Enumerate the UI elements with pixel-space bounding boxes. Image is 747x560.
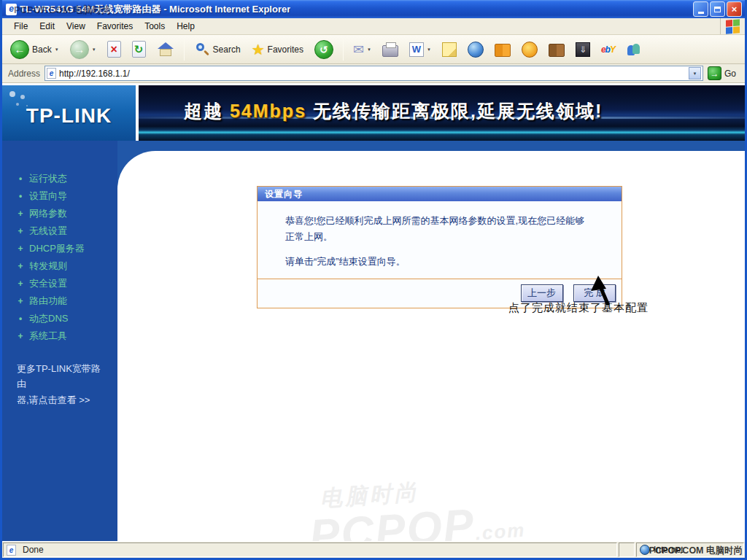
bullet-icon: • <box>17 174 24 184</box>
cat-mascot-icon <box>522 42 538 58</box>
main-area: • 运行状态 • 设置向导 + 网络参数 + 无线设置 + DHCP服务器 + … <box>2 141 745 541</box>
watermark-suffix: .com <box>475 519 527 541</box>
wizard-instruction: 请单击“完成”结束设置向导。 <box>285 255 594 268</box>
menu-favorites[interactable]: Favorites <box>91 19 139 34</box>
menu-view[interactable]: View <box>61 19 91 34</box>
close-button[interactable]: × <box>727 1 742 17</box>
notes-button[interactable] <box>438 41 460 58</box>
back-dropdown-icon[interactable]: ▼ <box>55 47 59 52</box>
logo-text: TP-LINK <box>26 104 112 128</box>
bullet-icon: • <box>17 314 24 324</box>
address-dropdown-icon[interactable]: ▼ <box>689 67 701 79</box>
flashget-icon: ⇓ <box>576 42 590 57</box>
watermark-stamp-status: PCPOP.COM 电脑时尚 <box>649 545 743 557</box>
history-button[interactable]: ↺ <box>311 39 337 61</box>
sidebar-item-label: 安全设置 <box>29 277 67 290</box>
wizard-message: 恭喜您!您已经顺利完成上网所需的基本网络参数的设置,现在您已经能够正常上网。 <box>285 213 594 245</box>
menu-tools[interactable]: Tools <box>139 19 171 34</box>
back-button[interactable]: ← Back ▼ <box>7 39 63 61</box>
plus-icon: + <box>17 209 24 219</box>
back-label: Back <box>32 44 52 55</box>
stop-button[interactable]: × <box>104 39 125 59</box>
sidebar-more-link[interactable]: 更多TP-LINK宽带路由 器,请点击查看 >> <box>2 361 117 408</box>
sidebar-item-wireless-settings[interactable]: + 无线设置 <box>2 222 117 240</box>
search-icon <box>194 42 210 58</box>
messenger-button[interactable] <box>622 40 646 59</box>
minimize-icon <box>698 12 704 14</box>
refresh-button[interactable]: ↻ <box>128 39 150 59</box>
sidebar-item-routing-function[interactable]: + 路由功能 <box>2 292 117 310</box>
forward-dropdown-icon[interactable]: ▼ <box>92 47 96 52</box>
sidebar-item-label: 运行状态 <box>29 172 67 185</box>
favorites-button[interactable]: ★ Favorites <box>248 39 307 60</box>
history-icon: ↺ <box>314 40 333 59</box>
setup-wizard-panel: 设置向导 恭喜您!您已经顺利完成上网所需的基本网络参数的设置,现在您已经能够正常… <box>257 186 622 308</box>
download-manager-button[interactable]: ⇓ <box>572 41 594 58</box>
toolbar-separator <box>343 39 344 61</box>
sidebar-item-label: 设置向导 <box>29 190 67 203</box>
back-icon: ← <box>10 40 29 59</box>
sidebar-item-dynamic-dns[interactable]: • 动态DNS <box>2 310 117 327</box>
messenger-globe-button[interactable] <box>464 40 487 59</box>
status-progress-panel <box>619 542 635 557</box>
page-icon: e <box>47 68 56 79</box>
window-title: TL-WR541G 54M无线宽带路由器 - Microsoft Interne… <box>20 3 290 16</box>
menu-help[interactable]: Help <box>171 19 201 34</box>
ebay-button[interactable]: ebY <box>597 43 619 56</box>
status-message-panel: e Done <box>3 542 617 557</box>
book-magnifier-icon <box>549 44 565 57</box>
bookmark-book-button[interactable] <box>491 40 514 58</box>
address-bar: Address e ▼ → Go <box>2 64 745 83</box>
menu-file[interactable]: File <box>8 19 34 34</box>
page-icon: e <box>7 545 16 556</box>
forward-button[interactable]: → ▼ <box>66 39 100 61</box>
assistant-button[interactable] <box>518 40 541 59</box>
plus-icon: + <box>17 226 24 236</box>
restore-button[interactable] <box>710 1 725 17</box>
edit-dropdown-icon[interactable]: ▼ <box>427 47 431 52</box>
plus-icon: + <box>17 279 24 289</box>
plus-icon: + <box>17 244 24 254</box>
sidebar-item-forwarding-rules[interactable]: + 转发规则 <box>2 257 117 275</box>
address-input[interactable] <box>59 69 689 79</box>
home-button[interactable] <box>153 39 178 60</box>
favorites-star-icon: ★ <box>252 41 265 58</box>
minimize-button[interactable] <box>693 1 708 17</box>
sidebar-item-running-status[interactable]: • 运行状态 <box>2 170 117 187</box>
ie-logo-icon: e <box>6 4 17 15</box>
stop-icon: × <box>110 43 117 56</box>
book-icon <box>495 44 511 57</box>
print-button[interactable] <box>379 41 402 58</box>
content-area: 设置向导 恭喜您!您已经顺利完成上网所需的基本网络参数的设置,现在您已经能够正常… <box>117 141 745 541</box>
research-button[interactable] <box>545 40 568 58</box>
sidebar-item-network-params[interactable]: + 网络参数 <box>2 205 117 222</box>
page-background: 设置向导 恭喜您!您已经顺利完成上网所需的基本网络参数的设置,现在您已经能够正常… <box>117 151 745 541</box>
ebay-icon: ebY <box>601 44 615 55</box>
edit-button[interactable]: W ▼ <box>406 41 435 58</box>
edit-word-icon: W <box>409 42 424 57</box>
sidebar-item-dhcp-server[interactable]: + DHCP服务器 <box>2 240 117 257</box>
more-link-line1: 更多TP-LINK宽带路由 <box>17 363 101 389</box>
sidebar-nav: • 运行状态 • 设置向导 + 网络参数 + 无线设置 + DHCP服务器 + … <box>2 141 117 541</box>
sidebar-item-setup-wizard[interactable]: • 设置向导 <box>2 187 117 205</box>
home-icon <box>157 41 174 58</box>
sidebar-item-system-tools[interactable]: + 系统工具 <box>2 327 117 345</box>
banner-slogan: 超越 54Mbps 无线传输距离极限,延展无线领域! <box>184 99 603 123</box>
plus-icon: + <box>17 331 24 341</box>
mail-dropdown-icon[interactable]: ▼ <box>367 47 371 52</box>
bullet-icon: • <box>17 191 24 201</box>
go-button[interactable]: → Go <box>708 66 742 80</box>
title-bar: e TL-WR541G 54M无线宽带路由器 - Microsoft Inter… <box>2 0 745 18</box>
search-button[interactable]: Search <box>190 40 244 59</box>
forward-icon: → <box>70 40 89 59</box>
more-link-line2: 器,请点击查看 >> <box>17 394 90 405</box>
pcpop-watermark: 电脑时尚 PCPOP.com <box>306 470 527 541</box>
slogan-prefix: 超越 <box>184 101 230 121</box>
mail-icon: ✉ <box>353 42 364 58</box>
menu-edit[interactable]: Edit <box>34 19 61 34</box>
previous-step-button[interactable]: 上一步 <box>521 284 563 302</box>
sidebar-item-security-settings[interactable]: + 安全设置 <box>2 275 117 292</box>
mail-button[interactable]: ✉ ▼ <box>349 40 375 59</box>
messenger-people-icon <box>626 42 642 58</box>
sidebar-item-label: DHCP服务器 <box>29 242 85 255</box>
